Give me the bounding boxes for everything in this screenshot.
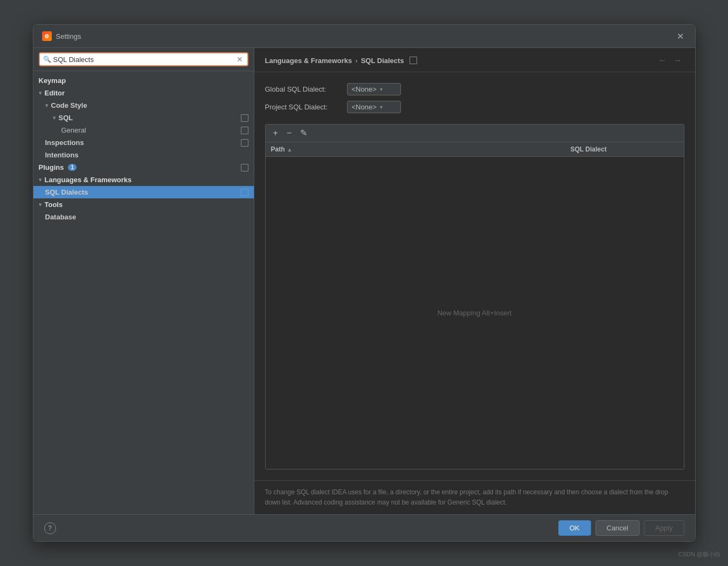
app-icon: ⚙ <box>42 31 52 41</box>
back-button[interactable]: ← <box>656 54 669 66</box>
settings-icon <box>241 127 248 134</box>
chevron-down-icon: ▾ <box>53 115 56 121</box>
dialect-table: + − ✎ Path ▲ SQL Dialect N <box>265 124 684 470</box>
dialog-footer: ? OK Cancel Apply <box>33 514 695 541</box>
sidebar-item-inspections[interactable]: Inspections <box>33 136 254 149</box>
sidebar-item-tools[interactable]: ▾ Tools <box>33 198 254 211</box>
settings-icon <box>241 114 248 122</box>
sort-icon: ▲ <box>287 147 293 153</box>
ok-button[interactable]: OK <box>558 520 591 536</box>
chevron-down-icon: ▾ <box>39 177 41 183</box>
col-path-header: Path ▲ <box>271 146 571 153</box>
sidebar-item-label: General <box>61 126 86 134</box>
sidebar-item-plugins[interactable]: Plugins 1 <box>33 161 254 174</box>
nav-arrows: ← → <box>656 54 684 66</box>
global-dialect-label: Global SQL Dialect: <box>265 85 341 93</box>
sidebar-item-label: Code Style <box>51 101 87 109</box>
sidebar-item-code-style[interactable]: ▾ Code Style <box>33 99 254 112</box>
chevron-down-icon: ▾ <box>39 202 41 208</box>
title-bar: ⚙ Settings ✕ <box>33 25 695 48</box>
sidebar-item-label: SQL Dialects <box>45 188 88 196</box>
empty-message: New Mapping Alt+Insert <box>438 309 512 317</box>
sidebar-item-general[interactable]: General <box>33 124 254 136</box>
edit-button[interactable]: ✎ <box>298 128 309 139</box>
sidebar-item-label: Inspections <box>45 139 84 147</box>
panel-header: Languages & Frameworks › SQL Dialects ← … <box>254 48 695 72</box>
sidebar-item-label: Intentions <box>45 151 79 159</box>
nav-tree: Keymap ▾ Editor ▾ Code Style ▾ SQL <box>33 71 254 514</box>
add-button[interactable]: + <box>271 128 280 139</box>
project-dialect-row: Project SQL Dialect: <None> ▾ <box>265 101 684 113</box>
project-dialect-value: <None> <box>352 103 377 111</box>
main-panel: Languages & Frameworks › SQL Dialects ← … <box>254 48 695 514</box>
apply-button[interactable]: Apply <box>644 520 684 536</box>
footer-description: To change SQL dialect IDEA uses for a fi… <box>265 487 684 508</box>
sidebar-item-label: Languages & Frameworks <box>45 176 132 184</box>
sidebar-item-editor[interactable]: ▾ Editor <box>33 87 254 99</box>
panel-content: Global SQL Dialect: <None> ▾ Project SQL… <box>254 72 695 480</box>
settings-icon <box>241 164 248 171</box>
breadcrumb-current: SQL Dialects <box>361 57 404 65</box>
forward-button[interactable]: → <box>671 54 684 66</box>
remove-button[interactable]: − <box>285 128 294 139</box>
chevron-down-icon: ▾ <box>380 104 383 110</box>
project-dialect-select[interactable]: <None> ▾ <box>347 101 401 113</box>
settings-icon <box>241 139 248 147</box>
sidebar-item-label: SQL <box>59 114 73 122</box>
sidebar-item-keymap[interactable]: Keymap <box>33 74 254 87</box>
chevron-down-icon: ▾ <box>380 86 383 92</box>
sidebar-item-label: Editor <box>45 89 65 97</box>
chevron-down-icon: ▾ <box>39 90 41 96</box>
sidebar-item-label: Plugins <box>39 163 64 171</box>
breadcrumb-separator: › <box>355 57 357 65</box>
project-dialect-label: Project SQL Dialect: <box>265 103 341 111</box>
breadcrumb-icon <box>410 57 417 64</box>
global-dialect-select[interactable]: <None> ▾ <box>347 83 401 95</box>
global-dialect-value: <None> <box>352 85 377 93</box>
sidebar-item-label: Keymap <box>39 77 66 85</box>
sidebar-item-sql[interactable]: ▾ SQL <box>33 112 254 124</box>
dialog-title: Settings <box>56 32 81 40</box>
sidebar-item-sql-dialects[interactable]: SQL Dialects <box>33 186 254 198</box>
global-dialect-row: Global SQL Dialect: <None> ▾ <box>265 83 684 95</box>
table-header: Path ▲ SQL Dialect <box>266 142 684 157</box>
search-input[interactable] <box>53 56 233 64</box>
search-input-wrap: 🔍 ✕ <box>39 52 248 66</box>
sidebar-item-languages-frameworks[interactable]: ▾ Languages & Frameworks <box>33 174 254 186</box>
sidebar-item-label: Database <box>45 213 77 221</box>
help-button[interactable]: ? <box>44 522 56 534</box>
search-box: 🔍 ✕ <box>33 48 254 71</box>
settings-icon <box>241 189 248 196</box>
chevron-down-icon: ▾ <box>45 102 48 108</box>
panel-footer: To change SQL dialect IDEA uses for a fi… <box>254 480 695 514</box>
plugins-badge: 1 <box>68 164 77 171</box>
search-clear-button[interactable]: ✕ <box>235 55 244 64</box>
col-dialect-header: SQL Dialect <box>571 146 678 153</box>
table-body: New Mapping Alt+Insert <box>266 157 684 469</box>
sidebar-item-label: Tools <box>45 201 63 209</box>
watermark: CSDN @极小白 <box>678 550 720 558</box>
sidebar-item-intentions[interactable]: Intentions <box>33 149 254 161</box>
sidebar-item-database[interactable]: Database <box>33 211 254 223</box>
close-button[interactable]: ✕ <box>675 30 687 42</box>
sidebar: 🔍 ✕ Keymap ▾ Editor ▾ Code Style <box>33 48 254 514</box>
breadcrumb-parent: Languages & Frameworks <box>265 57 352 65</box>
search-icon: 🔍 <box>43 56 51 63</box>
table-toolbar: + − ✎ <box>266 125 684 142</box>
cancel-button[interactable]: Cancel <box>595 520 640 536</box>
breadcrumb: Languages & Frameworks › SQL Dialects <box>265 57 417 65</box>
